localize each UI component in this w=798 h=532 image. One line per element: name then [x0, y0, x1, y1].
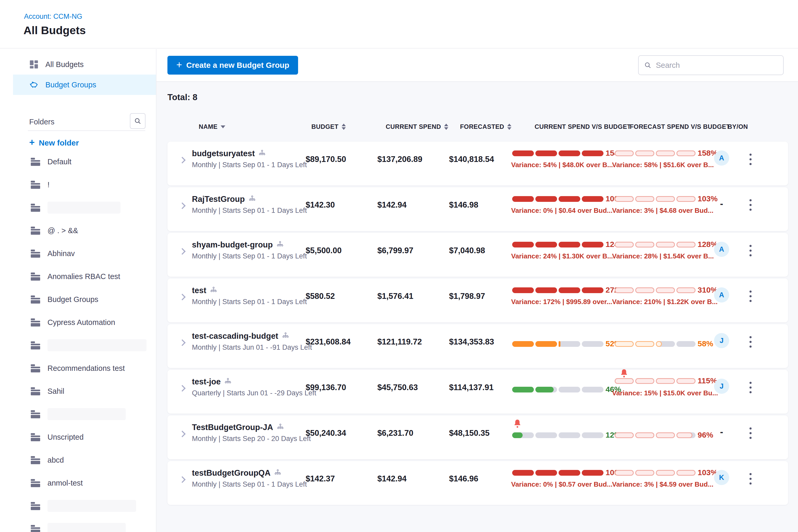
kebab-menu-icon[interactable] [747, 425, 754, 441]
folder-item[interactable] [13, 403, 156, 425]
folder-item[interactable]: Unscripted [13, 425, 156, 449]
budget-group-row[interactable]: test-joe Quarterly | Starts Jun 01 - -29… [167, 370, 788, 414]
spend-progress-bar [512, 287, 604, 293]
expand-chevron-icon[interactable] [179, 202, 185, 209]
budget-group-row[interactable]: shyam-budget-group Monthly | Starts Sep … [167, 233, 788, 277]
folder-item[interactable]: Anomalies RBAC test [13, 265, 156, 288]
owner-avatar: A [714, 150, 729, 166]
budget-value: $142.37 [306, 474, 335, 483]
name-cell: TestBudgetGroup-JA Monthly | Starts Sep … [192, 423, 311, 443]
current-vs-budget-cell: 154%Variance: 54% | $48.0K over B... [511, 141, 626, 185]
group-name: budgetsuryatest [192, 149, 255, 158]
folder-search-button[interactable] [130, 113, 146, 129]
kebab-menu-icon[interactable] [747, 242, 754, 259]
budget-group-row[interactable]: testBudgetGroupQA Monthly | Starts Sep 0… [167, 461, 788, 505]
sidebar-item-budget-groups[interactable]: Budget Groups [13, 75, 156, 95]
folder-name: Cypress Automation [48, 318, 115, 327]
folder-item[interactable]: Abhinav [13, 242, 156, 265]
kebab-menu-icon[interactable] [747, 197, 754, 213]
folder-item[interactable]: Recommendations test [13, 357, 156, 380]
toolbar: + Create a new Budget Group [156, 49, 798, 81]
budget-group-row[interactable]: budgetsuryatest Monthly | Starts Sep 01 … [167, 141, 788, 185]
table-header: NAME BUDGET CURRENT SPEND FORECASTED CUR… [167, 123, 793, 136]
expand-chevron-icon[interactable] [179, 293, 185, 300]
folder-item[interactable]: @ . > && [13, 219, 156, 242]
budget-group-row[interactable]: RajTestGroup Monthly | Starts Sep 01 - 1… [167, 187, 788, 231]
folder-list: Default ! @ . > && Abhinav Anomalies RBA… [13, 150, 156, 532]
expand-chevron-icon[interactable] [179, 157, 185, 163]
current-spend-value: $1,576.41 [377, 291, 413, 301]
spend-percentage: 58% [698, 339, 713, 348]
kebab-menu-icon[interactable] [747, 379, 754, 396]
spend-progress-bar [512, 150, 604, 156]
folder-name [48, 408, 126, 420]
folder-icon [31, 479, 40, 487]
current-vs-budget-cell: 124%Variance: 24% | $1.30K over B... [511, 233, 626, 277]
owner-avatar: J [714, 333, 729, 348]
kebab-menu-icon[interactable] [747, 151, 754, 168]
variance-label: Variance: 28% | $1.54K over B... [612, 252, 714, 260]
group-schedule: Quarterly | Starts Jun 01 - -29 Days Lef… [192, 389, 316, 397]
folder-item[interactable]: abcd [13, 449, 156, 472]
total-count: Total: 8 [167, 92, 197, 102]
folder-icon [31, 181, 40, 189]
budget-group-row[interactable]: test Monthly | Starts Sep 01 - 1 Days Le… [167, 279, 788, 322]
folder-icon [31, 158, 40, 166]
folder-item[interactable] [13, 494, 156, 517]
folder-item[interactable]: Sahil [13, 380, 156, 403]
current-vs-budget-cell: 52% [511, 324, 626, 368]
folder-item[interactable] [13, 517, 156, 532]
folder-icon [31, 525, 40, 532]
hierarchy-icon [277, 423, 284, 432]
column-header-name[interactable]: NAME [199, 123, 225, 130]
current-vs-budget-cell: 100%Variance: 0% | $0.57 over Bud... [511, 461, 626, 505]
group-schedule: Monthly | Starts Sep 01 - 1 Days Left [192, 252, 307, 260]
folder-item[interactable]: anmol-test [13, 472, 156, 494]
sidebar-item-all-budgets[interactable]: All Budgets [13, 54, 156, 75]
main-panel: + Create a new Budget Group Total: 8 NAM… [156, 49, 798, 532]
account-breadcrumb-link[interactable]: Account: CCM-NG [24, 13, 82, 21]
current-vs-budget-cell: 46% [511, 370, 626, 414]
create-budget-group-button[interactable]: + Create a new Budget Group [167, 56, 298, 75]
new-folder-button[interactable]: + New folder [29, 136, 156, 150]
current-spend-value: $45,750.63 [377, 383, 418, 392]
column-header-current-spend[interactable]: CURRENT SPEND [386, 123, 448, 130]
folder-item[interactable]: Default [13, 150, 156, 173]
expand-chevron-icon[interactable] [179, 385, 185, 392]
kebab-menu-icon[interactable] [747, 334, 754, 350]
column-header-forecast-vs-budget: FORECAST SPEND V/S BUDGET [630, 123, 730, 130]
folder-item[interactable]: ! [13, 173, 156, 196]
expand-chevron-icon[interactable] [179, 248, 185, 254]
folder-name: Abhinav [48, 249, 75, 258]
folder-icon [31, 433, 40, 441]
group-name: test [192, 286, 206, 295]
expand-chevron-icon[interactable] [179, 339, 185, 346]
folder-item[interactable] [13, 334, 156, 357]
current-spend-value: $6,799.97 [377, 246, 413, 255]
variance-label: Variance: 24% | $1.30K over B... [511, 252, 613, 260]
folder-name: Anomalies RBAC test [48, 272, 120, 281]
folder-name: Recommendations test [48, 364, 125, 373]
column-header-forecasted[interactable]: FORECASTED [460, 123, 511, 130]
budget-group-rows: budgetsuryatest Monthly | Starts Sep 01 … [167, 141, 788, 507]
group-name: TestBudgetGroup-JA [192, 423, 273, 432]
kebab-menu-icon[interactable] [747, 288, 754, 305]
current-spend-value: $142.94 [377, 474, 406, 483]
expand-chevron-icon[interactable] [179, 431, 185, 437]
folder-item[interactable]: Cypress Automation [13, 311, 156, 334]
search-input[interactable] [656, 56, 783, 75]
folder-icon [31, 272, 40, 281]
search-icon [644, 61, 652, 69]
budget-group-row[interactable]: TestBudgetGroup-JA Monthly | Starts Sep … [167, 415, 788, 459]
group-schedule: Monthly | Starts Sep 01 - 1 Days Left [192, 480, 307, 489]
budget-group-row[interactable]: test-cascading-budget Monthly | Starts J… [167, 324, 788, 368]
folder-name: Unscripted [48, 433, 84, 441]
group-name: shyam-budget-group [192, 240, 273, 250]
folder-item[interactable] [13, 196, 156, 219]
group-name: RajTestGroup [192, 194, 245, 204]
expand-chevron-icon[interactable] [179, 476, 185, 483]
column-header-budget[interactable]: BUDGET [311, 123, 346, 130]
folder-item[interactable]: Budget Groups [13, 288, 156, 311]
kebab-menu-icon[interactable] [747, 471, 754, 487]
spend-progress-bar [512, 196, 604, 202]
